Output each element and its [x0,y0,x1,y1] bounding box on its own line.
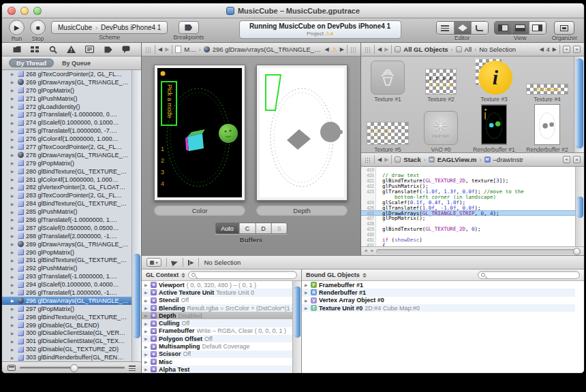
gl-call-row[interactable]: ▶276 glColor4f(1.0000000, 1.000… [2,135,132,143]
gl-context-row[interactable]: ▶FramebufferWrite – RGBA, Clear ( 0, 0, … [142,327,292,335]
forward-icon[interactable]: ▶ [384,46,388,52]
code-line[interactable]: 432 { [361,242,575,246]
tab-by-thread[interactable]: By Thread [9,59,54,67]
filter-icon[interactable] [7,365,16,371]
gl-call-row[interactable]: ▶302 glDisable(GL_TEXTURE_2D) [2,345,132,353]
disclosure-icon[interactable]: ▶ [11,298,16,303]
jump-call-segment[interactable]: 296 glDrawArrays(GL_TRIANGLE_STRIP, 0, 4… [213,46,322,53]
gl-call-row[interactable]: ▶291 glBindTexture(GL_TEXTURE_… [2,256,132,264]
warning-count[interactable]: 4 [330,31,333,37]
disclosure-icon[interactable]: ▶ [305,306,309,310]
gl-context-row[interactable]: ▶Alpha Test [142,365,292,373]
disclosure-icon[interactable]: ▶ [144,313,149,318]
bound-object-row[interactable]: ▶TTexture Unit #02D:#4 Cube Map:#0 [302,304,575,312]
checker-num-thumbnail[interactable]: 1 2 3 41 2 3 4 [425,69,457,95]
project-navigator-icon[interactable] [13,46,21,53]
disclosure-icon[interactable]: ▶ [11,347,16,352]
gl-call-row[interactable]: ▶285 glPushMatrix() [2,208,132,216]
search-navigator-icon[interactable] [49,46,57,54]
related-items-icon[interactable] [365,47,371,52]
gl-context-row[interactable]: ▶ScissorOff [142,350,292,358]
next-item-icon[interactable]: ▶ [553,46,557,52]
sidebar-scrollbar[interactable] [132,70,141,361]
breakpoints-button[interactable] [179,21,199,34]
jump-file[interactable]: EAGLView.m [437,156,477,163]
gl-context-scrollbar[interactable] [292,281,301,374]
disclosure-icon[interactable]: ▶ [11,355,16,360]
disclosure-icon[interactable]: ▶ [11,290,16,295]
gl-object-cell[interactable]: Renderbuffer #1 [467,104,521,154]
frame-slider[interactable] [20,367,125,369]
buffers-auto-button[interactable]: Auto [215,223,239,233]
buffers-color-button[interactable]: C [239,223,256,233]
gl-call-row[interactable]: ▶282 glVertexPointer(3, GL_FLOAT… [2,183,132,191]
location-icon[interactable] [171,259,179,265]
symbol-navigator-icon[interactable] [31,46,39,53]
gl-context-scroll-thumb[interactable] [294,287,300,338]
toggle-navigator-button[interactable] [495,22,512,34]
close-assistant-icon[interactable]: × [573,46,581,53]
depth-buffer-preview[interactable] [256,65,348,201]
disclosure-icon[interactable]: ▶ [11,339,16,344]
disclosure-icon[interactable]: ▶ [11,71,16,76]
disclosure-icon[interactable]: ▶ [11,185,16,190]
gl-call-row[interactable]: ▶286 glTranslatef(-1.0000000, 1.… [2,216,132,224]
gl-context-row[interactable]: ▶StencilOff [142,297,292,304]
next-issue-icon[interactable]: ▶ [340,46,344,52]
gl-call-row[interactable]: ▶268 glTexCoordPointer(2, GL_FL… [2,70,132,78]
gl-call-row[interactable]: ▶288 glTranslatef(2.0000000, -1.… [2,232,132,240]
disclosure-icon[interactable]: ▶ [144,359,149,364]
gl-call-row[interactable]: ▶280 glBindTexture(GL_TEXTURE_… [2,167,132,176]
gl-call-row[interactable]: ▶295 glTranslatef(1.0000000, -1.… [2,289,132,297]
disclosure-icon[interactable]: ▶ [11,210,16,214]
gl-object-cell[interactable]: ✳VERTEXVAO #0 [414,104,467,154]
buffers-depth-button[interactable]: D [255,223,271,233]
disclosure-icon[interactable]: ▶ [144,352,149,357]
gl-object-cell[interactable]: Texture #1 [361,58,414,104]
gl-call-row[interactable]: ▶271 glPushMatrix() [2,95,132,103]
disclosure-icon[interactable]: ▶ [11,152,16,157]
organizer-button[interactable] [554,21,574,35]
disclosure-icon[interactable]: ▶ [144,321,149,326]
gl-object-cell[interactable]: Pick a modeTexture #4 [521,58,574,104]
gl-call-row[interactable]: ▶281 glColor4f(1.0000000, 1.000… [2,176,132,184]
collapse-left-icon[interactable]: « [365,248,367,255]
bound-object-row[interactable]: ▶FFramebuffer #1 [302,281,575,289]
disclosure-icon[interactable]: ▶ [11,104,16,109]
disclosure-icon[interactable]: ▶ [144,282,149,287]
related-items-icon[interactable] [350,47,357,52]
gl-context-row[interactable]: ▶Polygon OffsetOff [142,335,292,342]
gl-call-row[interactable]: ▶277 glTexCoordPointer(2, GL_FL… [2,143,132,151]
gl-call-row[interactable]: ▶303 glBindRenderbuffer(GL_REN… [2,353,132,361]
issue-navigator-icon[interactable] [67,46,76,53]
checker-strip-thumbnail[interactable]: Pick a mode [526,84,568,95]
gl-call-row[interactable]: ▶270 glPopMatrix() [2,86,132,95]
info-thumbnail[interactable]: i [476,58,512,95]
disclosure-icon[interactable]: ▶ [305,290,309,295]
disclosure-icon[interactable]: ▶ [11,112,16,117]
gl-call-row[interactable]: ▶273 glTranslatef(-1.0000000, 0.… [2,110,132,118]
gl-call-row[interactable]: ▶275 glTranslatef(1.0000000, -7.… [2,127,132,135]
disclosure-icon[interactable]: ▶ [11,323,16,327]
code-line[interactable]: 427 glPopMatrix(); [361,216,575,221]
gl-context-search[interactable] [188,271,297,279]
gl-context-row[interactable]: ▶Viewport( 0, 0, 320, 480 ) – ( 0, 1 ) [142,281,292,289]
disclosure-icon[interactable]: ▶ [11,274,16,279]
disclosure-icon[interactable]: ▶ [11,258,16,263]
gl-call-row[interactable]: ▶279 glPopMatrix() [2,159,132,167]
code-scrollbar[interactable] [575,167,584,246]
gl-object-cell[interactable]: Renderbuffer #2 [521,104,574,154]
standard-editor-button[interactable] [437,22,454,34]
stop-button[interactable]: ■ [30,20,46,35]
disclosure-icon[interactable]: ▶ [11,169,16,174]
gl-call-row[interactable]: ▶269 glDrawArrays(GL_TRIANGLE_… [2,78,132,86]
assistant-editor-button[interactable] [454,22,471,34]
vao-thumbnail[interactable]: ✳VERTEX [424,111,458,145]
close-assistant-icon[interactable]: × [573,156,581,163]
zoom-button[interactable] [33,7,42,15]
add-assistant-icon[interactable]: + [563,46,570,53]
sidebar-scroll-thumb[interactable] [134,254,140,338]
disclosure-icon[interactable]: ▶ [11,161,16,165]
forward-icon[interactable]: ▶ [165,46,169,52]
back-icon[interactable]: ◀ [158,46,162,52]
